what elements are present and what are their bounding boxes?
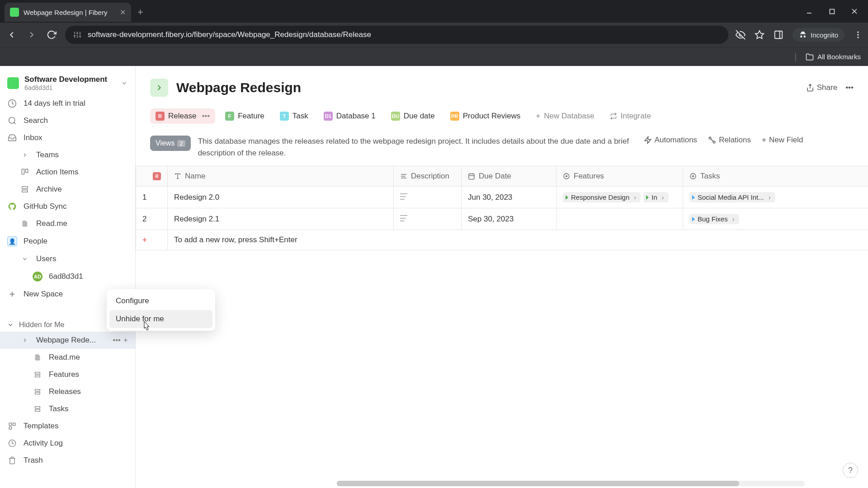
bookmark-star-icon[interactable]	[755, 30, 764, 40]
sidebar-item-people[interactable]: 👤 People	[0, 232, 135, 250]
maximize-icon[interactable]	[827, 7, 836, 16]
chevron-right-icon[interactable]	[20, 337, 30, 343]
sidebar-item-wr-readme[interactable]: Read.me	[0, 349, 135, 366]
cell-description[interactable]	[394, 208, 462, 230]
chevron-down-icon[interactable]	[20, 256, 30, 262]
sidebar-item-teams[interactable]: Teams	[0, 146, 135, 164]
sidebar-item-templates[interactable]: Templates	[0, 418, 135, 435]
task-chip[interactable]: Bug Fixes›	[689, 214, 739, 224]
new-tab-button[interactable]: +	[131, 6, 150, 18]
calendar-icon	[468, 173, 475, 180]
database-tabs: R Release ••• F Feature T Task D1 Databa…	[136, 106, 868, 131]
integrate-button[interactable]: Integrate	[604, 108, 656, 124]
kebab-menu-icon[interactable]	[854, 30, 863, 39]
site-settings-icon[interactable]	[73, 31, 81, 39]
sidebar-item-activity-log[interactable]: Activity Log	[0, 435, 135, 452]
tab-release[interactable]: R Release •••	[150, 108, 215, 124]
table-row[interactable]: 1 Redesign 2.0 Jun 30, 2023 Responsive D…	[136, 187, 868, 208]
workspace-switcher[interactable]: Software Development 6ad8d3d1	[0, 71, 135, 95]
cell-features[interactable]: Responsive Design›In›	[557, 187, 683, 208]
cell-tasks[interactable]: Bug Fixes›	[683, 208, 868, 230]
horizontal-scrollbar[interactable]	[337, 481, 805, 486]
add-row-button[interactable]: + To add a new row, press Shift+Enter	[136, 230, 868, 250]
table-row[interactable]: 2 Redesign 2.1 Sep 30, 2023 Bug Fixes›	[136, 208, 868, 230]
sidebar-item-wr-features[interactable]: Features	[0, 366, 135, 383]
automation-icon	[644, 136, 652, 144]
cell-features[interactable]	[557, 208, 683, 230]
tab-task[interactable]: T Task	[274, 108, 314, 124]
close-window-icon[interactable]	[850, 7, 859, 16]
sidebar-item-inbox[interactable]: Inbox	[0, 129, 135, 146]
sidebar-item-trial[interactable]: 14 days left in trial	[0, 95, 135, 112]
incognito-badge[interactable]: Incognito	[793, 28, 844, 42]
sidebar-item-trash[interactable]: Trash	[0, 452, 135, 469]
cell-due-date[interactable]: Jun 30, 2023	[462, 187, 557, 208]
side-panel-icon[interactable]	[774, 30, 783, 40]
feature-chip[interactable]: In›	[643, 192, 669, 202]
document-icon	[20, 220, 30, 227]
feature-chip[interactable]: Responsive Design›	[563, 192, 641, 202]
description-icon	[400, 193, 407, 200]
chevron-down-icon[interactable]	[121, 80, 128, 87]
cell-name[interactable]: Redesign 2.0	[168, 187, 394, 208]
task-chip[interactable]: Social Media API Int...›	[689, 192, 775, 202]
sidebar-item-users[interactable]: Users	[0, 250, 135, 267]
new-field-button[interactable]: + New Field	[762, 136, 803, 145]
all-bookmarks-button[interactable]: All Bookmarks	[806, 53, 861, 61]
cell-description[interactable]	[394, 187, 462, 208]
back-button[interactable]	[5, 28, 18, 41]
sidebar-item-readme[interactable]: Read.me	[0, 215, 135, 232]
cell-name[interactable]: Redesign 2.1	[168, 208, 394, 230]
share-icon	[806, 84, 814, 92]
column-header-features[interactable]: Features	[557, 166, 683, 187]
sidebar-item-github[interactable]: GitHub Sync	[0, 198, 135, 215]
tab-feature[interactable]: F Feature	[220, 108, 270, 124]
menu-item-unhide[interactable]: Unhide for me	[109, 310, 212, 328]
column-header-name[interactable]: Name	[168, 166, 394, 187]
column-header-tasks[interactable]: Tasks	[683, 166, 868, 187]
minimize-icon[interactable]	[805, 7, 814, 16]
tab-product-reviews[interactable]: PR Product Reviews	[445, 108, 526, 124]
plus-icon[interactable]: +	[123, 336, 128, 345]
automations-button[interactable]: Automations	[644, 136, 698, 145]
database-description[interactable]: This database manages the releases relat…	[198, 136, 637, 159]
column-header-due-date[interactable]: Due Date	[462, 166, 557, 187]
close-icon[interactable]: ✕	[120, 8, 126, 17]
eye-off-icon[interactable]	[736, 30, 745, 40]
reload-button[interactable]	[45, 28, 58, 41]
sidebar-item-webpage-redesign[interactable]: Webpage Rede... ••• +	[0, 332, 135, 349]
svg-point-18	[857, 34, 859, 35]
sidebar-item-action-items[interactable]: Action Items	[0, 164, 135, 181]
browser-tab[interactable]: Webpage Redesign | Fibery ✕	[5, 3, 131, 22]
col-due-label: Due Date	[479, 172, 511, 181]
more-icon[interactable]: •••	[113, 336, 121, 345]
chevron-right-icon[interactable]	[20, 152, 30, 158]
sidebar-item-wr-tasks[interactable]: Tasks	[0, 400, 135, 418]
column-header-description[interactable]: Description	[394, 166, 462, 187]
sidebar-item-search[interactable]: Search	[0, 112, 135, 129]
help-button[interactable]: ?	[843, 463, 858, 478]
new-database-button[interactable]: + New Database	[530, 108, 599, 124]
sidebar-item-archive[interactable]: Archive	[0, 181, 135, 198]
more-icon[interactable]: •••	[845, 83, 854, 92]
share-button[interactable]: Share	[806, 83, 837, 92]
tab-database1[interactable]: D1 Database 1	[318, 108, 381, 124]
sidebar-item-wr-releases[interactable]: Releases	[0, 383, 135, 400]
views-button[interactable]: Views 2	[150, 136, 191, 151]
cell-tasks[interactable]: Social Media API Int...›	[683, 187, 868, 208]
tab-more-icon[interactable]: •••	[202, 112, 210, 121]
text-icon	[174, 173, 181, 180]
forward-button[interactable]	[25, 28, 38, 41]
chevron-down-icon[interactable]	[7, 322, 14, 328]
sidebar-item-user[interactable]: AD 6ad8d3d1	[0, 267, 135, 286]
url-input[interactable]: software-development.fibery.io/fibery/sp…	[65, 26, 728, 44]
table-container[interactable]: R Name Description Due Date Features Tas…	[136, 166, 868, 488]
trash-icon	[7, 456, 17, 465]
inbox-icon	[7, 133, 17, 142]
expand-sidebar-button[interactable]	[150, 79, 168, 97]
relations-button[interactable]: Relations	[708, 136, 751, 145]
tab-due-date[interactable]: DU Due date	[386, 108, 440, 124]
menu-item-configure[interactable]: Configure	[109, 292, 212, 310]
cell-due-date[interactable]: Sep 30, 2023	[462, 208, 557, 230]
scrollbar-thumb[interactable]	[337, 481, 739, 486]
